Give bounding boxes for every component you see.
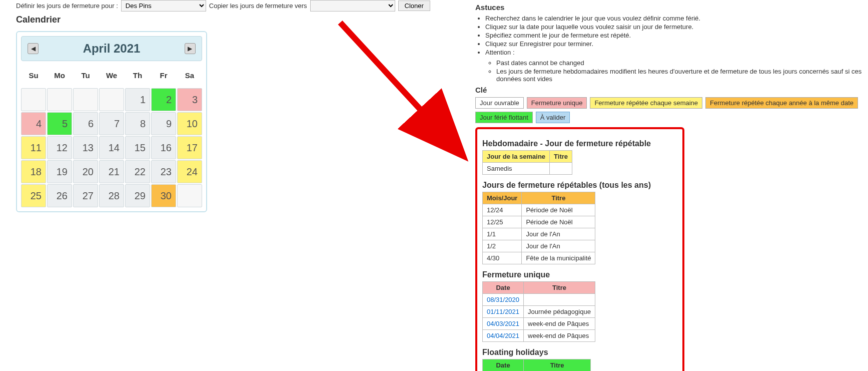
- clone-button[interactable]: Cloner: [398, 1, 430, 11]
- calendar-day[interactable]: 15: [125, 136, 150, 159]
- legend-chip: Jour ouvrable: [475, 97, 524, 109]
- date-link[interactable]: 01/11/2021: [483, 306, 524, 318]
- calendar-prev-button[interactable]: ◀: [28, 43, 39, 54]
- calendar-day[interactable]: 16: [151, 136, 176, 159]
- calendar-day[interactable]: 2: [151, 88, 176, 111]
- table-cell: week-end de Pâques: [524, 330, 595, 342]
- legend-chip: Jour férié flottant: [475, 112, 533, 123]
- hint-subitem: Past dates cannot be changed: [496, 59, 865, 67]
- key-heading: Clé: [475, 86, 865, 94]
- calendar-dow: Tu: [73, 64, 98, 87]
- yearly-heading: Jours de fermeture répétables (tous les …: [482, 181, 677, 190]
- calendar-day[interactable]: 6: [73, 112, 98, 135]
- legend-chip: Fermeture répétée chaque année à la même…: [705, 97, 858, 109]
- calendar-next-button[interactable]: ▶: [185, 43, 196, 54]
- svg-line-0: [340, 23, 460, 153]
- table-row: Samedis: [483, 163, 572, 175]
- table-cell: 12/24: [483, 204, 522, 216]
- table-cell: [524, 294, 595, 306]
- calendar-day[interactable]: 24: [177, 160, 202, 183]
- table-cell: 1/2: [483, 240, 522, 252]
- legend-chip: À valider: [536, 112, 570, 123]
- date-link[interactable]: 04/03/2021: [483, 318, 524, 330]
- calendar-empty: [47, 88, 72, 111]
- table-cell: Période de Noël: [522, 204, 595, 216]
- hints-heading: Astuces: [475, 3, 865, 12]
- legend: Jour ouvrableFermeture uniqueFermeture r…: [475, 97, 865, 123]
- copy-target-select[interactable]: [310, 0, 395, 12]
- calendar-day[interactable]: 20: [73, 160, 98, 183]
- unique-heading: Fermeture unique: [482, 270, 677, 279]
- table-cell: Jour de l'An: [522, 240, 595, 252]
- table-row: 4/30Fête de la municipalité: [483, 252, 595, 264]
- calendar-empty: [21, 88, 46, 111]
- calendar-day[interactable]: 17: [177, 136, 202, 159]
- yearly-table: Mois/JourTitre12/24Période de Noël12/25P…: [482, 192, 595, 264]
- hint-item: Recherchez dans le calendrier le jour qu…: [485, 15, 865, 22]
- calendar-day[interactable]: 30: [151, 184, 176, 207]
- calendar-empty: [99, 88, 124, 111]
- table-header: Titre: [524, 282, 595, 294]
- calendar-dow: Th: [125, 64, 150, 87]
- date-link[interactable]: 08/31/2020: [483, 294, 524, 306]
- table-cell: week-end de Pâques: [524, 318, 595, 330]
- table-cell: 1/1: [483, 228, 522, 240]
- table-cell: Jour de l'An: [522, 228, 595, 240]
- hint-item: Cliquez sur Enregistrer pour terminer.: [485, 40, 865, 48]
- calendar-day[interactable]: 10: [177, 112, 202, 135]
- calendar-day[interactable]: 7: [99, 112, 124, 135]
- calendar-day[interactable]: 12: [47, 136, 72, 159]
- weekly-table: Jour de la semaineTitreSamedis: [482, 150, 572, 175]
- branch-select[interactable]: Des Pins: [121, 0, 206, 12]
- weekly-heading: Hebdomadaire - Jour de fermeture répétab…: [482, 139, 677, 148]
- calendar-dow: We: [99, 64, 124, 87]
- calendar-empty: [177, 184, 202, 207]
- table-header: Date: [483, 282, 524, 294]
- calendar-day[interactable]: 29: [125, 184, 150, 207]
- calendar-day[interactable]: 21: [99, 160, 124, 183]
- define-label: Définir les jours de fermeture pour :: [16, 2, 118, 10]
- calendar-title: April 2021: [83, 42, 141, 56]
- table-cell: Fête de la municipalité: [522, 252, 595, 264]
- calendar-day[interactable]: 14: [99, 136, 124, 159]
- hint-item: Cliquez sur la date pour laquelle vous v…: [485, 23, 865, 31]
- calendar-day[interactable]: 3: [177, 88, 202, 111]
- calendar-day[interactable]: 13: [73, 136, 98, 159]
- calendar-day[interactable]: 11: [21, 136, 46, 159]
- table-row: 04/03/2021week-end de Pâques: [483, 318, 595, 330]
- floating-table: DateTitre09/07/2020Fête du travail10/12/…: [482, 359, 591, 371]
- hints-section: Astuces Recherchez dans le calendrier le…: [475, 3, 865, 83]
- calendar-empty: [73, 88, 98, 111]
- table-cell: 4/30: [483, 252, 522, 264]
- table-header: Mois/Jour: [483, 192, 522, 204]
- calendar-day[interactable]: 1: [125, 88, 150, 111]
- table-cell: Samedis: [483, 163, 550, 175]
- calendar-day[interactable]: 9: [151, 112, 176, 135]
- calendar-day[interactable]: 5: [47, 112, 72, 135]
- copy-label: Copier les jours de fermeture vers: [209, 2, 307, 10]
- calendar-day[interactable]: 26: [47, 184, 72, 207]
- hint-item: Spécifiez comment le jour de fermeture e…: [485, 32, 865, 39]
- calendar-day[interactable]: 23: [151, 160, 176, 183]
- calendar-day[interactable]: 18: [21, 160, 46, 183]
- table-header: Titre: [522, 192, 595, 204]
- table-header: Date: [483, 359, 524, 372]
- table-header: Jour de la semaine: [483, 151, 550, 163]
- table-cell: [550, 163, 572, 175]
- calendar-day[interactable]: 25: [21, 184, 46, 207]
- table-header: Titre: [550, 151, 572, 163]
- calendar-day[interactable]: 4: [21, 112, 46, 135]
- table-row: 04/04/2021week-end de Pâques: [483, 330, 595, 342]
- table-cell: Période de Noël: [522, 216, 595, 228]
- calendar-day[interactable]: 8: [125, 112, 150, 135]
- calendar-day[interactable]: 27: [73, 184, 98, 207]
- calendar-dow: Su: [21, 64, 46, 87]
- calendar-day[interactable]: 22: [125, 160, 150, 183]
- date-link[interactable]: 04/04/2021: [483, 330, 524, 342]
- calendar-day[interactable]: 19: [47, 160, 72, 183]
- calendar-day[interactable]: 28: [99, 184, 124, 207]
- table-row: 12/25Période de Noël: [483, 216, 595, 228]
- table-row: 12/24Période de Noël: [483, 204, 595, 216]
- table-row: 08/31/2020: [483, 294, 595, 306]
- hint-subitem: Les jours de fermeture hebdomadaires mod…: [496, 68, 865, 83]
